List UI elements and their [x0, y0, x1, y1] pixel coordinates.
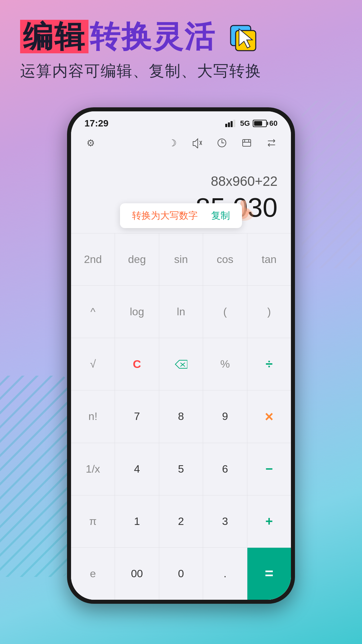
- key-divide[interactable]: ÷: [247, 338, 291, 390]
- key-row-4: n! 7 8 9 ×: [71, 390, 291, 442]
- key-1[interactable]: 1: [115, 495, 159, 547]
- key-row-2: ^ log ln ( ): [71, 285, 291, 338]
- key-5[interactable]: 5: [159, 443, 203, 495]
- key-reciprocal[interactable]: 1/x: [71, 443, 115, 495]
- key-pi[interactable]: π: [71, 495, 115, 547]
- key-equals[interactable]: =: [247, 548, 291, 600]
- battery-level: 60: [269, 119, 278, 128]
- headline-part2: 转换灵活: [90, 20, 216, 53]
- keypad: 2nd deg sin cos tan ^ log ln ( ) √ C: [71, 233, 291, 600]
- key-percent[interactable]: %: [203, 338, 247, 390]
- key-multiply[interactable]: ×: [247, 390, 291, 442]
- svg-rect-3: [0, 376, 67, 577]
- key-cos[interactable]: cos: [203, 233, 247, 285]
- top-section: 编辑转换灵活 运算内容可编辑、复制、大写转换: [20, 20, 342, 82]
- key-decimal[interactable]: .: [203, 548, 247, 600]
- key-open-paren[interactable]: (: [203, 286, 247, 338]
- cursor-icon: [229, 24, 259, 54]
- key-ln[interactable]: ln: [159, 286, 203, 338]
- key-row-3: √ C % ÷: [71, 338, 291, 390]
- key-2nd[interactable]: 2nd: [71, 233, 115, 285]
- key-row-7: e 00 0 . =: [71, 547, 291, 600]
- svg-rect-1: [302, 101, 362, 268]
- key-row-1: 2nd deg sin cos tan: [71, 233, 291, 285]
- phone-frame: 17:29 5G 60 ⚙: [67, 107, 295, 604]
- svg-rect-16: [243, 140, 251, 146]
- key-row-5: 1/x 4 5 6 −: [71, 443, 291, 495]
- history-icon[interactable]: [215, 136, 229, 150]
- key-sqrt[interactable]: √: [71, 338, 115, 390]
- display-area: 转换为大写数字 复制 88x960+22 85,030: [71, 154, 291, 233]
- key-3[interactable]: 3: [203, 495, 247, 547]
- status-bar: 17:29 5G 60: [71, 111, 291, 132]
- key-4[interactable]: 4: [115, 443, 159, 495]
- key-deg[interactable]: deg: [115, 233, 159, 285]
- subtitle: 运算内容可编辑、复制、大写转换: [20, 61, 342, 82]
- toolbar: ⚙ ☽: [71, 132, 291, 154]
- expression-display: 88x960+22: [84, 174, 278, 189]
- key-clear[interactable]: C: [115, 338, 159, 390]
- key-7[interactable]: 7: [115, 390, 159, 442]
- svg-rect-8: [228, 122, 230, 127]
- key-log[interactable]: log: [115, 286, 159, 338]
- svg-rect-9: [231, 121, 233, 127]
- headline: 编辑转换灵活: [20, 20, 342, 54]
- status-right: 5G 60: [225, 119, 278, 128]
- mute-icon[interactable]: [190, 136, 204, 150]
- context-menu: 转换为大写数字 复制: [120, 203, 242, 228]
- key-row-6: π 1 2 3 +: [71, 495, 291, 547]
- key-power[interactable]: ^: [71, 286, 115, 338]
- settings-icon[interactable]: ⚙: [83, 136, 98, 150]
- key-0[interactable]: 0: [159, 548, 203, 600]
- svg-rect-7: [225, 124, 227, 127]
- key-close-paren[interactable]: ): [247, 286, 291, 338]
- key-double-zero[interactable]: 00: [115, 548, 159, 600]
- key-sin[interactable]: sin: [159, 233, 203, 285]
- svg-rect-10: [233, 120, 235, 127]
- status-time: 17:29: [84, 118, 109, 129]
- key-9[interactable]: 9: [203, 390, 247, 442]
- key-tan[interactable]: tan: [247, 233, 291, 285]
- toolbar-right: ☽: [165, 136, 279, 150]
- key-factorial[interactable]: n!: [71, 390, 115, 442]
- convert-icon[interactable]: [264, 136, 279, 150]
- convert-uppercase-option[interactable]: 转换为大写数字: [132, 209, 198, 222]
- key-6[interactable]: 6: [203, 443, 247, 495]
- key-subtract[interactable]: −: [247, 443, 291, 495]
- key-2[interactable]: 2: [159, 495, 203, 547]
- moon-icon[interactable]: ☽: [165, 136, 180, 150]
- battery-icon: [253, 120, 267, 127]
- signal-icon: [225, 120, 237, 127]
- key-euler[interactable]: e: [71, 548, 115, 600]
- phone-screen: 17:29 5G 60 ⚙: [71, 111, 291, 600]
- bookmark-icon[interactable]: [239, 136, 254, 150]
- copy-option[interactable]: 复制: [211, 209, 230, 222]
- headline-highlight: 编辑: [20, 20, 88, 53]
- key-backspace[interactable]: [159, 338, 203, 390]
- key-8[interactable]: 8: [159, 390, 203, 442]
- svg-rect-18: [245, 140, 249, 142]
- network-type: 5G: [240, 119, 250, 128]
- phone-mockup: 17:29 5G 60 ⚙: [67, 107, 295, 604]
- key-add[interactable]: +: [247, 495, 291, 547]
